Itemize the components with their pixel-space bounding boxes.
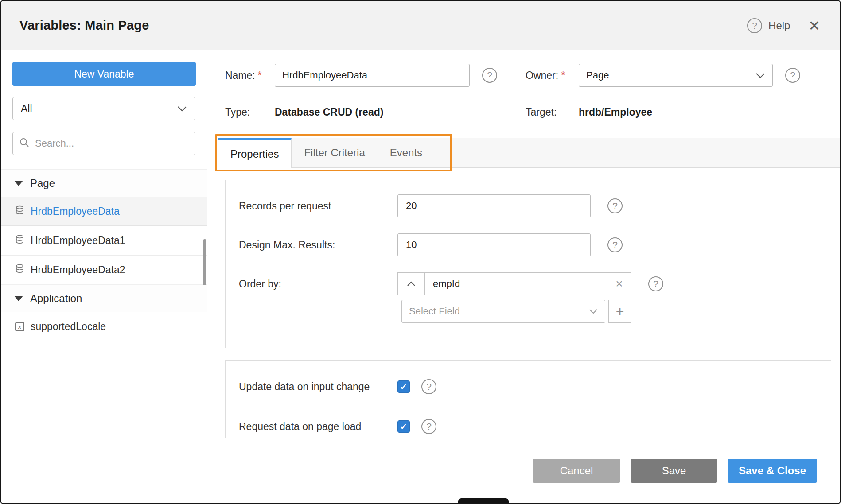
collapse-triangle-icon	[14, 181, 23, 186]
max-results-help-icon[interactable]: ?	[607, 237, 623, 252]
name-help-icon[interactable]: ?	[482, 68, 497, 83]
request-on-load-row: Request data on page load ✓ ?	[239, 419, 831, 434]
select-field-placeholder: Select Field	[409, 306, 460, 317]
save-button[interactable]: Save	[631, 459, 717, 483]
update-on-change-row: Update data on input change ✓ ?	[239, 379, 831, 394]
records-help-icon[interactable]: ?	[607, 198, 623, 213]
sort-ascending-button[interactable]	[397, 272, 425, 295]
chevron-up-icon	[407, 281, 416, 287]
dialog-header: Variables: Main Page ? Help ×	[1, 1, 840, 50]
name-field-wrap: ?	[275, 64, 526, 87]
name-label: Name:*	[225, 70, 275, 81]
cancel-button[interactable]: Cancel	[533, 459, 620, 483]
design-max-results-label: Design Max. Results:	[239, 239, 397, 251]
save-and-close-button[interactable]: Save & Close	[728, 459, 817, 483]
type-label: Type:	[225, 106, 275, 118]
chevron-down-icon	[755, 73, 765, 78]
variable-filter-value: All	[21, 103, 32, 115]
records-per-request-label: Records per request	[239, 200, 397, 212]
variable-detail-panel: Name:* ? Owner:* Page ?	[207, 50, 840, 438]
background-device-bar	[458, 498, 509, 503]
request-on-load-label: Request data on page load	[239, 421, 397, 433]
remove-icon: ×	[615, 277, 623, 291]
tab-events[interactable]: Events	[378, 138, 435, 168]
tree-item-hrdbemployeedata1[interactable]: HrdbEmployeeData1	[1, 226, 207, 255]
owner-select-value: Page	[586, 70, 609, 81]
header-actions: ? Help ×	[747, 16, 820, 35]
variables-sidebar: New Variable All Page	[1, 50, 207, 438]
order-by-current: empId ×	[397, 272, 631, 295]
close-icon[interactable]: ×	[809, 16, 820, 35]
tree-item-supportedlocale[interactable]: x supportedLocale	[1, 312, 207, 341]
variable-filter-select[interactable]: All	[12, 97, 195, 120]
detail-tabbar: Properties Filter Criteria Events	[218, 138, 840, 168]
search-box	[12, 132, 195, 155]
dialog-body: New Variable All Page	[1, 50, 840, 438]
records-per-request-row: Records per request ?	[239, 194, 831, 217]
select-field-dropdown[interactable]: Select Field	[401, 300, 605, 323]
owner-field-wrap: Page ?	[579, 64, 827, 87]
order-by-control: empId × Select Field	[397, 272, 631, 323]
update-on-change-checkbox[interactable]: ✓	[397, 380, 410, 393]
owner-select[interactable]: Page	[579, 64, 773, 87]
order-by-field[interactable]: empId	[425, 272, 607, 295]
target-value: hrdb/Employee	[579, 106, 827, 118]
add-order-field-button[interactable]: +	[608, 300, 631, 323]
owner-help-icon[interactable]: ?	[785, 68, 800, 83]
tab-properties[interactable]: Properties	[218, 138, 292, 168]
remove-order-field-button[interactable]: ×	[607, 272, 631, 295]
new-variable-button[interactable]: New Variable	[12, 62, 196, 86]
type-value: Database CRUD (read)	[275, 106, 526, 118]
update-on-change-label: Update data on input change	[239, 381, 397, 393]
tree-item-label: HrdbEmployeeData	[31, 205, 120, 217]
records-per-request-input[interactable]	[397, 194, 591, 217]
tree-group-label: Application	[30, 292, 82, 305]
tree-item-hrdbemployeedata[interactable]: HrdbEmployeeData	[1, 197, 207, 226]
search-input[interactable]	[35, 138, 189, 149]
order-by-help-icon[interactable]: ?	[648, 276, 663, 291]
design-max-results-input[interactable]	[397, 233, 591, 256]
tree-group-page[interactable]: Page	[1, 169, 207, 197]
database-icon	[15, 235, 24, 247]
tree-item-label: supportedLocale	[31, 321, 106, 333]
order-by-row: Order by: empId ×	[239, 272, 831, 323]
tree-item-label: HrdbEmployeeData2	[31, 264, 125, 276]
tab-filter-criteria[interactable]: Filter Criteria	[292, 138, 377, 168]
behavior-panel: Update data on input change ✓ ? Request …	[225, 360, 831, 438]
sidebar-scrollbar[interactable]	[203, 239, 206, 285]
collapse-triangle-icon	[14, 296, 23, 301]
help-label[interactable]: Help	[768, 19, 790, 32]
target-label: Target:	[526, 106, 579, 118]
required-asterisk: *	[561, 70, 565, 81]
update-on-change-help-icon[interactable]: ?	[421, 379, 436, 394]
add-icon: +	[616, 303, 624, 320]
tree-item-label: HrdbEmployeeData1	[31, 235, 125, 247]
check-icon: ✓	[400, 422, 407, 432]
database-icon	[15, 264, 24, 276]
request-on-load-checkbox[interactable]: ✓	[397, 420, 410, 433]
dialog-footer: Cancel Save Save & Close	[1, 438, 840, 503]
variable-summary-form: Name:* ? Owner:* Page ?	[225, 64, 827, 118]
tree-group-application[interactable]: Application	[1, 284, 207, 312]
variables-dialog: Variables: Main Page ? Help × New Variab…	[0, 0, 841, 504]
required-asterisk: *	[258, 70, 262, 81]
properties-panel: Records per request ? Design Max. Result…	[225, 180, 831, 348]
name-input[interactable]	[275, 64, 470, 87]
request-on-load-help-icon[interactable]: ?	[421, 419, 436, 434]
page-title: Variables: Main Page	[19, 18, 149, 33]
tree-group-label: Page	[30, 177, 55, 190]
tree-item-hrdbemployeedata2[interactable]: HrdbEmployeeData2	[1, 255, 207, 284]
chevron-down-icon	[177, 106, 187, 112]
help-icon[interactable]: ?	[747, 18, 762, 33]
order-by-add-row: Select Field +	[401, 300, 631, 323]
check-icon: ✓	[400, 382, 407, 392]
chevron-down-icon	[589, 309, 598, 314]
owner-label: Owner:*	[526, 70, 579, 81]
locale-variable-icon: x	[15, 322, 24, 331]
variables-tree: Page HrdbEmployeeData HrdbEmployeeData1	[1, 169, 207, 341]
order-by-label: Order by:	[239, 272, 397, 295]
search-icon	[19, 137, 30, 150]
database-icon	[15, 205, 24, 217]
design-max-results-row: Design Max. Results: ?	[239, 233, 831, 256]
